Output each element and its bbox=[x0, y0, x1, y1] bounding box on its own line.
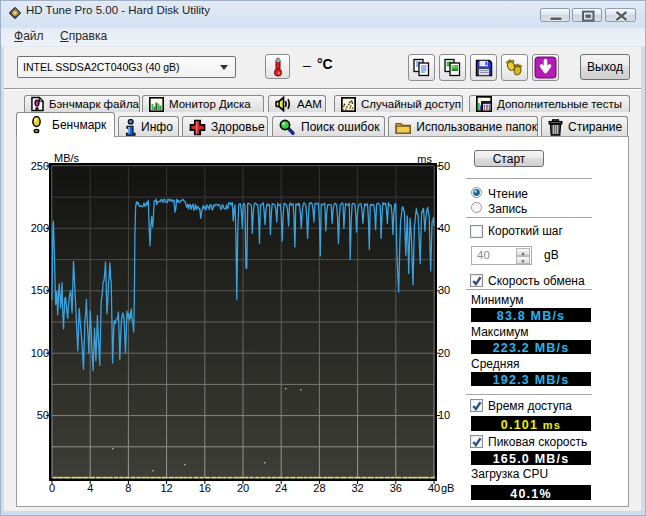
svg-text:MB/s: MB/s bbox=[54, 152, 80, 164]
svg-text:50: 50 bbox=[438, 160, 450, 172]
svg-text:16: 16 bbox=[199, 482, 211, 494]
svg-text:36: 36 bbox=[390, 482, 402, 494]
svg-text:20: 20 bbox=[237, 482, 249, 494]
svg-text:20: 20 bbox=[438, 347, 450, 359]
svg-text:40: 40 bbox=[438, 222, 450, 234]
svg-text:10: 10 bbox=[438, 409, 450, 421]
svg-text:0: 0 bbox=[49, 482, 55, 494]
svg-text:32: 32 bbox=[351, 482, 363, 494]
svg-text:150: 150 bbox=[31, 284, 49, 296]
svg-text:200: 200 bbox=[31, 222, 49, 234]
svg-text:28: 28 bbox=[313, 482, 325, 494]
svg-text:50: 50 bbox=[37, 409, 49, 421]
svg-text:ms: ms bbox=[417, 153, 432, 165]
svg-text:30: 30 bbox=[438, 284, 450, 296]
svg-text:12: 12 bbox=[160, 482, 172, 494]
svg-text:100: 100 bbox=[31, 347, 49, 359]
svg-text:250: 250 bbox=[31, 160, 49, 172]
svg-text:gB: gB bbox=[441, 482, 454, 494]
svg-text:4: 4 bbox=[87, 482, 93, 494]
svg-text:40: 40 bbox=[428, 482, 440, 494]
svg-text:24: 24 bbox=[275, 482, 287, 494]
svg-text:8: 8 bbox=[125, 482, 131, 494]
